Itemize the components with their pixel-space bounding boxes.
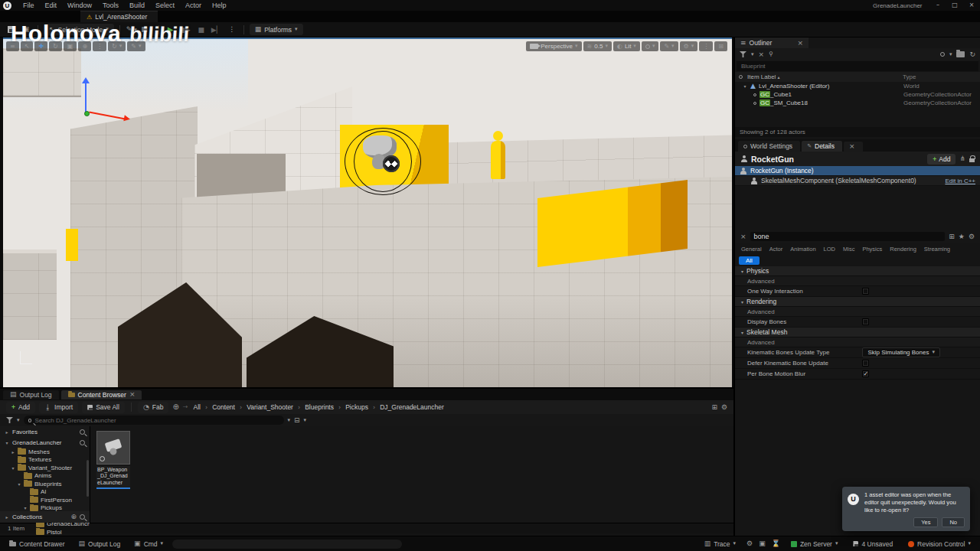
folder-textures[interactable]: Textures [0, 456, 90, 465]
details-search-input[interactable]: bone [750, 232, 946, 241]
select-tool-icon[interactable]: ↖ [21, 41, 34, 51]
unreal-logo-icon[interactable]: U [3, 2, 11, 10]
play-options-icon[interactable]: ⋮ [226, 24, 238, 35]
viewport-more-icon[interactable]: ⋮ [699, 41, 713, 51]
column-item-label[interactable]: Item Label ▴ [747, 73, 898, 80]
clear-filter-icon[interactable]: × [759, 51, 765, 58]
scale-tool-icon[interactable]: ▣ [64, 41, 77, 51]
stop-button[interactable]: ■ [195, 24, 207, 35]
sub-advanced-skeletal[interactable]: Advanced [735, 337, 980, 347]
play-button[interactable]: ▶ [165, 24, 177, 35]
defer-kinematic-checkbox[interactable] [862, 360, 869, 367]
cat-animation[interactable]: Animation [787, 244, 818, 254]
clear-search-icon[interactable]: × [740, 233, 746, 240]
selection-mode-dropdown[interactable]: ↖ Selection Mode ▾ [44, 24, 114, 35]
editor-modes-icon[interactable]: ▣ [20, 24, 32, 35]
sub-advanced-rendering[interactable]: Advanced [735, 307, 980, 317]
refresh-icon[interactable]: ↻ [969, 51, 975, 58]
eye-icon[interactable] [753, 93, 756, 96]
console-input[interactable] [172, 540, 402, 549]
edit-in-cpp-link[interactable]: Edit in C++ [945, 178, 975, 184]
view-mode-dropdown[interactable]: ◐ Lit ▾ [613, 41, 640, 51]
menu-build[interactable]: Build [124, 0, 150, 11]
cat-all-chip[interactable]: All [739, 256, 760, 265]
skip-button[interactable]: ▮▶ [180, 24, 192, 35]
maximize-viewport-icon[interactable]: ⊞ [714, 41, 727, 51]
folder-pistol[interactable]: Pistol [0, 528, 90, 536]
save-all-button[interactable]: Save All [82, 402, 125, 413]
breadcrumb-pickups[interactable]: Pickups [344, 403, 370, 411]
forward-icon[interactable]: → [183, 404, 188, 410]
viewport-settings-icon[interactable]: ⚙▾ [680, 41, 698, 51]
menu-help[interactable]: Help [207, 0, 232, 11]
pilot-icon[interactable] [940, 52, 945, 57]
search-save-icon[interactable]: ▾ [288, 418, 291, 423]
column-type[interactable]: Type [903, 73, 976, 80]
folder-ai[interactable]: AI [0, 488, 90, 497]
display-options-icon[interactable]: ⊞ [949, 233, 955, 240]
viewmode-brush-icon[interactable]: ✎▾ [660, 41, 678, 51]
settings-status-icon[interactable]: ⚙ [746, 540, 753, 547]
menu-select[interactable]: Select [150, 0, 180, 11]
folder-meshes[interactable]: ▸Meshes [0, 448, 90, 456]
maximize-button[interactable]: □ [946, 0, 963, 11]
menu-edit[interactable]: Edit [40, 0, 63, 11]
details-close-tab[interactable]: × [844, 142, 863, 152]
cb-filter-icon[interactable] [6, 417, 13, 423]
unsaved-button[interactable]: 4 Unsaved [848, 538, 897, 549]
rotate-tool-icon[interactable]: ↻ [49, 41, 62, 51]
save-icon[interactable] [5, 24, 17, 35]
blueprint-convert-icon[interactable]: ⋔ [959, 155, 965, 162]
folder-anims[interactable]: Anims [0, 472, 90, 481]
outliner-tab[interactable]: ≡Outliner × [735, 37, 808, 48]
close-button[interactable]: × [963, 0, 980, 11]
outliner-filter-bar[interactable]: Blueprint [737, 61, 978, 71]
back-icon[interactable]: ⊕ [172, 403, 178, 411]
toast-yes-button[interactable]: Yes [913, 517, 938, 527]
import-button[interactable]: ⭳Import [39, 402, 78, 413]
show-flags-dropdown[interactable]: ▾ [642, 41, 659, 51]
asset-grid[interactable]: BP_Weapon_DJ_GrenadeLauncher [90, 426, 733, 523]
create-folder-icon[interactable] [956, 51, 965, 57]
section-physics[interactable]: Physics [735, 266, 980, 276]
component-row-rocketgun[interactable]: RocketGun (Instance) [735, 166, 980, 176]
hourglass-icon[interactable]: ⌛ [772, 540, 780, 547]
launch-button[interactable]: ▶▏ [211, 24, 223, 35]
cb-search-box[interactable] [24, 416, 284, 425]
screenshot-status-icon[interactable]: ▣ [759, 540, 766, 547]
one-way-interaction-checkbox[interactable] [862, 288, 869, 295]
move-tool-icon[interactable]: ✛ [34, 41, 47, 51]
world-space-icon[interactable]: ⊕ [78, 41, 91, 51]
display-bones-checkbox[interactable] [862, 318, 869, 325]
root-search-icon[interactable] [80, 440, 85, 445]
kinematic-bones-dropdown[interactable]: Skip Simulating Bones▾ [862, 347, 940, 357]
section-rendering[interactable]: Rendering [735, 297, 980, 307]
section-skeletal-mesh[interactable]: Skeletal Mesh [735, 328, 980, 337]
level-viewport[interactable]: ≡ ↖ ✛ ↻ ▣ ⊕ ⋮ ↻▾ ✎▾ Perspective ▾ ≋ 0.5 … [3, 37, 732, 387]
folder-firstperson[interactable]: FirstPerson [0, 496, 90, 504]
cat-rendering[interactable]: Rendering [887, 244, 920, 254]
breadcrumb-all[interactable]: All [192, 403, 202, 411]
tab-details[interactable]: ✎ Details [802, 141, 842, 152]
folder-blueprints[interactable]: ▾Blueprints [0, 480, 90, 488]
dock-in-layout-icon[interactable]: ⊞ [711, 404, 717, 411]
add-component-button[interactable]: +Add [927, 154, 956, 165]
cb-settings-icon[interactable]: ⚙ [721, 404, 727, 411]
gizmo-origin[interactable] [84, 111, 90, 116]
favorites-header[interactable]: ▸Favorites [0, 426, 90, 437]
viewport-options-icon[interactable]: ≡ [6, 41, 19, 51]
zen-server-dropdown[interactable]: Zen Server ▾ [786, 538, 843, 549]
add-collection-icon[interactable]: ⊕ [70, 514, 77, 520]
cat-actor[interactable]: Actor [766, 244, 786, 254]
lock-icon[interactable] [969, 158, 975, 162]
minimize-button[interactable]: – [929, 0, 946, 11]
tab-output-log[interactable]: ▤ Output Log [3, 390, 59, 399]
details-settings-icon[interactable]: ⚙ [969, 233, 975, 240]
toast-no-button[interactable]: No [942, 517, 965, 527]
per-bone-motion-blur-checkbox[interactable]: ✓ [862, 370, 869, 377]
menu-actor[interactable]: Actor [180, 0, 207, 11]
gizmo-axis-x[interactable] [89, 111, 125, 119]
content-browser-close-icon[interactable]: × [129, 391, 136, 398]
eye-icon[interactable] [753, 102, 756, 105]
cat-general[interactable]: General [738, 244, 765, 254]
